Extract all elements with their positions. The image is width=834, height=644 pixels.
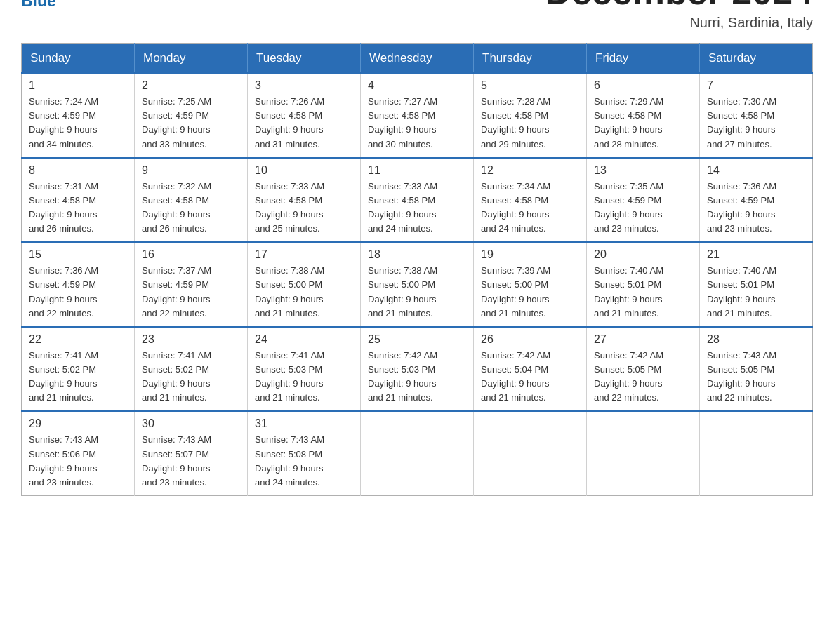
- day-info: Sunrise: 7:24 AMSunset: 4:59 PMDaylight:…: [29, 95, 127, 152]
- calendar-cell: 12Sunrise: 7:34 AMSunset: 4:58 PMDayligh…: [474, 158, 587, 243]
- day-number: 7: [707, 79, 805, 92]
- day-info: Sunrise: 7:41 AMSunset: 5:02 PMDaylight:…: [29, 349, 127, 405]
- calendar-cell: 17Sunrise: 7:38 AMSunset: 5:00 PMDayligh…: [248, 242, 361, 327]
- day-number: 24: [255, 333, 353, 346]
- week-row-2: 8Sunrise: 7:31 AMSunset: 4:58 PMDaylight…: [22, 158, 813, 243]
- calendar-cell: 28Sunrise: 7:43 AMSunset: 5:05 PMDayligh…: [700, 327, 813, 412]
- calendar-cell: 1Sunrise: 7:24 AMSunset: 4:59 PMDaylight…: [22, 73, 135, 158]
- calendar-cell: 13Sunrise: 7:35 AMSunset: 4:59 PMDayligh…: [587, 158, 700, 243]
- calendar-cell: 7Sunrise: 7:30 AMSunset: 4:58 PMDaylight…: [700, 73, 813, 158]
- day-number: 9: [142, 164, 240, 177]
- calendar-cell: [700, 411, 813, 495]
- location-2: Nurri, Sardinia, Italy: [545, 15, 813, 31]
- day-info: Sunrise: 7:25 AMSunset: 4:59 PMDaylight:…: [142, 95, 240, 152]
- day-number: 11: [368, 164, 466, 177]
- day-number: 14: [707, 164, 805, 177]
- day-info: Sunrise: 7:27 AMSunset: 4:58 PMDaylight:…: [368, 95, 466, 152]
- calendar-cell: 21Sunrise: 7:40 AMSunset: 5:01 PMDayligh…: [700, 242, 813, 327]
- calendar-cell: 9Sunrise: 7:32 AMSunset: 4:58 PMDaylight…: [135, 158, 248, 243]
- day-info: Sunrise: 7:40 AMSunset: 5:01 PMDaylight:…: [707, 264, 805, 321]
- calendar-cell: 4Sunrise: 7:27 AMSunset: 4:58 PMDaylight…: [361, 73, 474, 158]
- calendar-cell: 8Sunrise: 7:31 AMSunset: 4:58 PMDaylight…: [22, 158, 135, 243]
- day-info: Sunrise: 7:26 AMSunset: 4:58 PMDaylight:…: [255, 95, 353, 152]
- day-info: Sunrise: 7:38 AMSunset: 5:00 PMDaylight:…: [368, 264, 466, 321]
- day-header-friday: Friday: [587, 44, 700, 74]
- day-header-thursday: Thursday: [474, 44, 587, 74]
- day-number: 15: [29, 248, 127, 261]
- week-row-4: 22Sunrise: 7:41 AMSunset: 5:02 PMDayligh…: [22, 327, 813, 412]
- day-number: 25: [368, 333, 466, 346]
- calendar-body: 1Sunrise: 7:24 AMSunset: 4:59 PMDaylight…: [22, 73, 813, 495]
- day-number: 2: [142, 79, 240, 92]
- day-number: 28: [707, 333, 805, 346]
- day-number: 31: [255, 417, 353, 430]
- month-title-2: December 2024: [545, 0, 813, 12]
- day-number: 30: [142, 417, 240, 430]
- day-info: Sunrise: 7:40 AMSunset: 5:01 PMDaylight:…: [594, 264, 692, 321]
- logo-area: General► Blue: [21, 0, 93, 11]
- calendar-cell: 29Sunrise: 7:43 AMSunset: 5:06 PMDayligh…: [22, 411, 135, 495]
- calendar-cell: [587, 411, 700, 495]
- calendar-cell: 14Sunrise: 7:36 AMSunset: 4:59 PMDayligh…: [700, 158, 813, 243]
- day-info: Sunrise: 7:36 AMSunset: 4:59 PMDaylight:…: [29, 264, 127, 321]
- day-info: Sunrise: 7:36 AMSunset: 4:59 PMDaylight:…: [707, 180, 805, 236]
- day-info: Sunrise: 7:29 AMSunset: 4:58 PMDaylight:…: [594, 95, 692, 152]
- day-number: 21: [707, 248, 805, 261]
- calendar-cell: 5Sunrise: 7:28 AMSunset: 4:58 PMDaylight…: [474, 73, 587, 158]
- logo-blue-2: Blue: [21, 0, 93, 11]
- day-info: Sunrise: 7:42 AMSunset: 5:03 PMDaylight:…: [368, 349, 466, 405]
- day-info: Sunrise: 7:38 AMSunset: 5:00 PMDaylight:…: [255, 264, 353, 321]
- day-info: Sunrise: 7:43 AMSunset: 5:08 PMDaylight:…: [255, 433, 353, 490]
- day-number: 12: [481, 164, 579, 177]
- day-info: Sunrise: 7:35 AMSunset: 4:59 PMDaylight:…: [594, 180, 692, 236]
- calendar-cell: 3Sunrise: 7:26 AMSunset: 4:58 PMDaylight…: [248, 73, 361, 158]
- day-info: Sunrise: 7:30 AMSunset: 4:58 PMDaylight:…: [707, 95, 805, 152]
- calendar-cell: 23Sunrise: 7:41 AMSunset: 5:02 PMDayligh…: [135, 327, 248, 412]
- day-number: 3: [255, 79, 353, 92]
- week-row-5: 29Sunrise: 7:43 AMSunset: 5:06 PMDayligh…: [22, 411, 813, 495]
- day-info: Sunrise: 7:33 AMSunset: 4:58 PMDaylight:…: [255, 180, 353, 236]
- day-info: Sunrise: 7:34 AMSunset: 4:58 PMDaylight:…: [481, 180, 579, 236]
- day-number: 10: [255, 164, 353, 177]
- calendar-cell: 18Sunrise: 7:38 AMSunset: 5:00 PMDayligh…: [361, 242, 474, 327]
- day-number: 23: [142, 333, 240, 346]
- day-info: Sunrise: 7:28 AMSunset: 4:58 PMDaylight:…: [481, 95, 579, 152]
- day-number: 20: [594, 248, 692, 261]
- day-number: 18: [368, 248, 466, 261]
- day-number: 26: [481, 333, 579, 346]
- week-row-1: 1Sunrise: 7:24 AMSunset: 4:59 PMDaylight…: [22, 73, 813, 158]
- day-info: Sunrise: 7:39 AMSunset: 5:00 PMDaylight:…: [481, 264, 579, 321]
- calendar-cell: 22Sunrise: 7:41 AMSunset: 5:02 PMDayligh…: [22, 327, 135, 412]
- day-info: Sunrise: 7:41 AMSunset: 5:03 PMDaylight:…: [255, 349, 353, 405]
- calendar-cell: 26Sunrise: 7:42 AMSunset: 5:04 PMDayligh…: [474, 327, 587, 412]
- days-of-week-row: SundayMondayTuesdayWednesdayThursdayFrid…: [22, 44, 813, 74]
- day-info: Sunrise: 7:43 AMSunset: 5:06 PMDaylight:…: [29, 433, 127, 490]
- day-number: 6: [594, 79, 692, 92]
- day-header-tuesday: Tuesday: [248, 44, 361, 74]
- day-info: Sunrise: 7:31 AMSunset: 4:58 PMDaylight:…: [29, 180, 127, 236]
- calendar-cell: 19Sunrise: 7:39 AMSunset: 5:00 PMDayligh…: [474, 242, 587, 327]
- day-number: 4: [368, 79, 466, 92]
- calendar-cell: 30Sunrise: 7:43 AMSunset: 5:07 PMDayligh…: [135, 411, 248, 495]
- day-number: 16: [142, 248, 240, 261]
- day-info: Sunrise: 7:42 AMSunset: 5:05 PMDaylight:…: [594, 349, 692, 405]
- calendar-cell: [361, 411, 474, 495]
- calendar-cell: 15Sunrise: 7:36 AMSunset: 4:59 PMDayligh…: [22, 242, 135, 327]
- day-info: Sunrise: 7:42 AMSunset: 5:04 PMDaylight:…: [481, 349, 579, 405]
- day-info: Sunrise: 7:41 AMSunset: 5:02 PMDaylight:…: [142, 349, 240, 405]
- calendar-cell: 2Sunrise: 7:25 AMSunset: 4:59 PMDaylight…: [135, 73, 248, 158]
- calendar-cell: 25Sunrise: 7:42 AMSunset: 5:03 PMDayligh…: [361, 327, 474, 412]
- day-info: Sunrise: 7:33 AMSunset: 4:58 PMDaylight:…: [368, 180, 466, 236]
- day-number: 5: [481, 79, 579, 92]
- day-number: 29: [29, 417, 127, 430]
- calendar-cell: 31Sunrise: 7:43 AMSunset: 5:08 PMDayligh…: [248, 411, 361, 495]
- calendar-cell: 27Sunrise: 7:42 AMSunset: 5:05 PMDayligh…: [587, 327, 700, 412]
- calendar-table: SundayMondayTuesdayWednesdayThursdayFrid…: [21, 43, 813, 496]
- day-number: 8: [29, 164, 127, 177]
- title-area-2: December 2024 Nurri, Sardinia, Italy: [545, 0, 813, 31]
- day-number: 13: [594, 164, 692, 177]
- real-header: General► Blue December 2024 Nurri, Sardi…: [21, 0, 813, 31]
- calendar-cell: 6Sunrise: 7:29 AMSunset: 4:58 PMDaylight…: [587, 73, 700, 158]
- day-number: 1: [29, 79, 127, 92]
- day-number: 17: [255, 248, 353, 261]
